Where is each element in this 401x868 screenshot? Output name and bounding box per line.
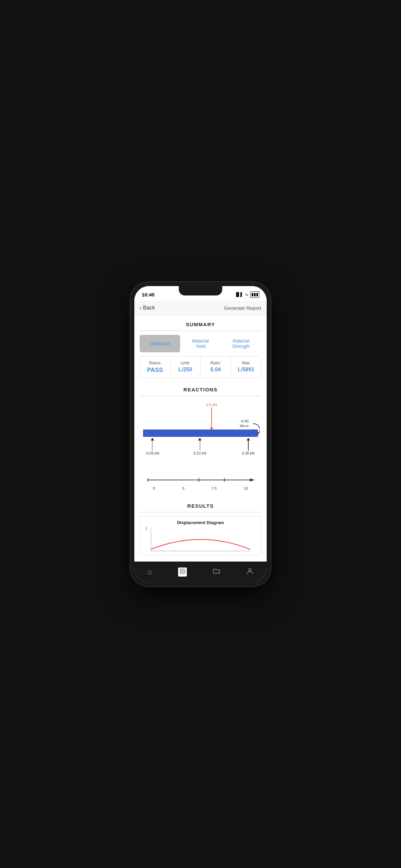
reaction-right-arrowhead <box>247 438 250 440</box>
max-label: Max <box>233 361 259 365</box>
chevron-left-icon: ‹ <box>140 305 142 311</box>
profile-nav-button[interactable] <box>241 565 259 579</box>
status-icons: ▐▌▌ ∿ ▮▮▮ <box>235 291 259 298</box>
reaction-left-arrow: -0.03 kN <box>145 438 159 455</box>
scale-svg <box>146 476 255 484</box>
svg-marker-5 <box>250 478 255 482</box>
calculator-icon <box>178 567 187 577</box>
results-divider <box>140 512 261 513</box>
scale-0: 0 <box>153 486 155 490</box>
status-card-pass: Status: PASS <box>140 356 171 378</box>
scale-7-5: 7.5 <box>212 486 217 490</box>
status-label: Status: <box>142 361 168 365</box>
tab-material-yield[interactable]: Material Yield <box>180 335 220 352</box>
reaction-mid-arrowhead <box>198 438 202 440</box>
reaction-left-line <box>152 440 153 451</box>
ratio-value: 0.04 <box>203 367 229 373</box>
status-card-limit: Limit: L/250 <box>171 356 201 378</box>
results-section: RESULTS Displacement Diagram 1 <box>134 497 267 561</box>
reaction-mid-arrow: 0.22 kN <box>193 438 206 455</box>
reaction-mid-line <box>200 440 201 451</box>
reaction-right-label: 0.30 kN <box>242 451 255 455</box>
ratio-label: Ratio: <box>203 361 229 365</box>
displacement-curve-svg <box>151 528 250 551</box>
reaction-diagram: 0.5 kN <box>143 399 258 473</box>
scale-line-area: 0 5 7.5 10 <box>146 476 255 490</box>
generate-report-button[interactable]: Generate Report <box>224 305 261 311</box>
svg-rect-6 <box>180 568 185 574</box>
scale-labels: 0 5 7.5 10 <box>153 486 248 490</box>
tab-deflection[interactable]: Deflection <box>140 335 180 352</box>
notch <box>179 286 222 296</box>
main-content: SUMMARY Deflection Material Yield Materi… <box>134 315 267 561</box>
battery-icon: ▮▮▮ <box>250 291 259 298</box>
status-cards: Status: PASS Limit: L/250 Ratio: 0.04 Ma… <box>140 356 261 378</box>
folder-nav-button[interactable] <box>208 565 225 579</box>
status-value: PASS <box>142 367 168 374</box>
svg-rect-7 <box>181 569 182 570</box>
home-icon: ⌂ <box>147 567 152 576</box>
svg-point-11 <box>249 568 251 571</box>
phone-frame: 10:40 ▐▌▌ ∿ ▮▮▮ ‹ Back Generate Report S… <box>130 282 271 586</box>
summary-header: SUMMARY <box>134 315 267 331</box>
reaction-left-label: -0.03 kN <box>145 451 159 455</box>
folder-svg <box>213 567 220 575</box>
reactions-header: REACTIONS <box>134 381 267 396</box>
svg-rect-10 <box>183 571 184 572</box>
summary-section: SUMMARY Deflection Material Yield Materi… <box>134 315 267 378</box>
scale-5: 5 <box>182 486 184 490</box>
limit-label: Limit: <box>173 361 198 365</box>
back-button[interactable]: ‹ Back <box>140 305 155 311</box>
load-arrow: 0.5 kN <box>206 403 217 430</box>
folder-icon <box>213 567 220 577</box>
displacement-card: Displacement Diagram 1 <box>140 516 261 556</box>
max-value: L/5891 <box>233 367 259 373</box>
svg-rect-9 <box>181 571 182 572</box>
tab-material-strength[interactable]: Material Strength <box>221 335 261 352</box>
reactions-diagram-area: 0.5 kN <box>134 396 267 497</box>
tab-row: Deflection Material Yield Material Stren… <box>140 335 261 352</box>
limit-value: L/250 <box>173 367 198 373</box>
status-time: 10:40 <box>142 292 154 298</box>
beam <box>143 430 258 437</box>
results-area: Displacement Diagram 1 <box>134 516 267 561</box>
svg-marker-0 <box>257 432 259 435</box>
scale-10: 10 <box>244 486 248 490</box>
nav-bar: ‹ Back Generate Report <box>134 301 267 315</box>
bottom-nav: ⌂ <box>134 561 267 582</box>
reaction-right-line <box>248 440 249 451</box>
calculator-nav-button[interactable] <box>173 565 192 579</box>
summary-divider <box>140 331 261 331</box>
reaction-mid-label: 0.22 kN <box>193 451 206 455</box>
home-nav-button[interactable]: ⌂ <box>142 565 157 578</box>
results-header: RESULTS <box>134 497 267 512</box>
reactions-section: REACTIONS 0.5 kN <box>134 381 267 497</box>
phone-screen: 10:40 ▐▌▌ ∿ ▮▮▮ ‹ Back Generate Report S… <box>134 286 267 582</box>
svg-rect-8 <box>183 569 184 570</box>
reaction-left-arrowhead <box>151 438 154 440</box>
signal-icon: ▐▌▌ <box>235 292 243 297</box>
moment-label: -0.40 kN-m <box>240 419 249 429</box>
disp-y-label: 1 <box>145 526 147 530</box>
load-arrow-line <box>211 407 212 428</box>
status-card-max: Max L/5891 <box>231 356 261 378</box>
displacement-chart: 1 <box>151 528 250 551</box>
displacement-title: Displacement Diagram <box>144 520 257 525</box>
status-card-ratio: Ratio: 0.04 <box>201 356 231 378</box>
calc-svg <box>179 568 186 575</box>
profile-icon <box>246 567 254 577</box>
reaction-right-arrow: 0.30 kN <box>242 438 255 455</box>
back-label: Back <box>143 305 155 311</box>
wifi-icon: ∿ <box>245 292 249 297</box>
profile-svg <box>246 567 254 575</box>
load-label: 0.5 kN <box>206 403 217 407</box>
